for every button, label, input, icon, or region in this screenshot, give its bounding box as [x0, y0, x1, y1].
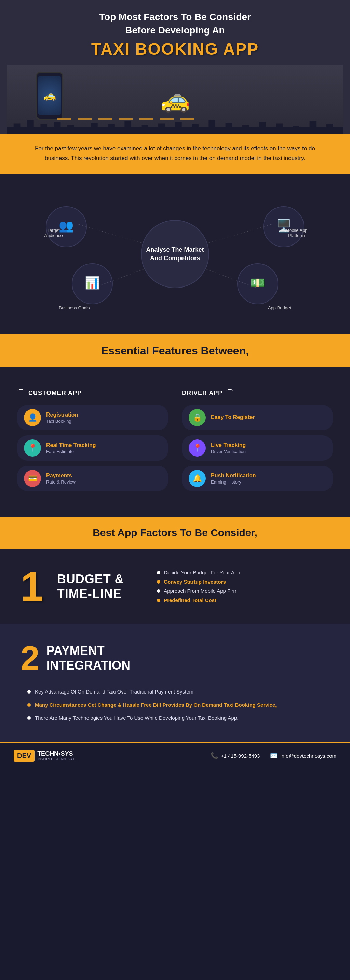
bracket-right: ⌒ — [226, 388, 234, 398]
road-dashes — [58, 118, 293, 120]
market-title: Analyse The Market And Competitors — [142, 245, 208, 262]
hero-title-main: TAXI BOOKING APP — [7, 40, 343, 58]
push-notification-subtitle: Earning History — [211, 479, 256, 485]
factor1-point-2: Convey Startup Investors — [157, 577, 329, 586]
registration-icon: 👤 — [24, 409, 41, 426]
payments-subtitle: Rate & Review — [46, 479, 75, 485]
hero-title-top: Top Most Factors To Be Consider — [7, 10, 343, 24]
logo-tagline: INSPIRED BY INNOVATE — [37, 757, 77, 761]
feature-payments: 💳 Payments Rate & Review — [17, 466, 168, 491]
easy-register-title: Easy To Register — [211, 414, 255, 420]
market-diagram: Analyse The Market And Competitors 👥 Tar… — [14, 194, 336, 314]
intro-section: For the past few years we have examined … — [0, 134, 350, 174]
factors-title: Best App Factors To Be Consider, — [7, 527, 343, 538]
factor2-point-1: Key Advantage Of On Demand Taxi Over Tra… — [27, 685, 329, 698]
taxi-car-illustration: 🚕 — [160, 85, 190, 113]
email-icon: ✉️ — [270, 752, 278, 759]
factor2-label: PAYMENT INTEGRATION — [46, 643, 130, 673]
driver-app-column: DRIVER APP ⌒ 🔒 Easy To Register 📍 Live T… — [175, 381, 340, 503]
feature-easy-register: 🔒 Easy To Register — [182, 405, 333, 430]
feature-realtime-tracking: 📍 Real Time Tracking Fare Estimate — [17, 435, 168, 461]
factor1-point-1: Decide Your Budget For Your App — [157, 568, 329, 577]
realtime-tracking-icon: 📍 — [24, 439, 41, 457]
logo-text: TECHN•SYS — [37, 750, 73, 757]
bullet-2-orange — [157, 580, 160, 584]
factor1-point-3: Approach From Mobile App Firm — [157, 586, 329, 595]
realtime-tracking-title: Real Time Tracking — [46, 442, 96, 448]
registration-subtitle: Taxi Booking — [46, 418, 78, 424]
realtime-tracking-subtitle: Fare Estimate — [46, 449, 96, 454]
factor1-point-4: Predefined Total Cost — [157, 595, 329, 605]
easy-register-icon: 🔒 — [189, 409, 206, 426]
factor2-point-3: There Are Many Technologies You Have To … — [27, 712, 329, 725]
hero-section: Top Most Factors To Be Consider Before D… — [0, 0, 350, 134]
customer-app-column: ⌒ CUSTOMER APP 👤 Registration Taxi Booki… — [10, 381, 175, 503]
push-notification-icon: 🔔 — [189, 470, 206, 487]
customer-app-header: ⌒ CUSTOMER APP — [17, 388, 168, 398]
footer: DEV TECHN•SYS INSPIRED BY INNOVATE 📞 +1 … — [0, 742, 350, 768]
payments-title: Payments — [46, 473, 75, 479]
features-title: Essential Features Between, — [7, 345, 343, 357]
road-illustration: 🚕 🚕 — [7, 65, 343, 134]
phone-taxi-icon: 🚕 — [43, 89, 56, 102]
factors-banner: Best App Factors To Be Consider, — [0, 517, 350, 549]
feature-registration: 👤 Registration Taxi Booking — [17, 405, 168, 430]
market-section: Analyse The Market And Competitors 👥 Tar… — [0, 174, 350, 334]
bullet-4-orange — [157, 598, 160, 602]
phone-contact: 📞 +1 415-992-5493 — [211, 752, 260, 759]
market-center-node: Analyse The Market And Competitors — [141, 220, 209, 288]
phone-icon: 📞 — [211, 752, 218, 759]
factor2-points: Key Advantage Of On Demand Taxi Over Tra… — [21, 685, 329, 725]
feature-live-tracking: 📍 Live Tracking Driver Verification — [182, 435, 333, 461]
driver-app-label: DRIVER APP — [182, 390, 222, 397]
push-notification-title: Push Notification — [211, 473, 256, 479]
factor2-header: 2 PAYMENT INTEGRATION — [21, 641, 329, 675]
f2-bullet-3 — [27, 716, 31, 720]
hero-title-mid: Before Developing An — [7, 24, 343, 37]
phone-hand-illustration: 🚕 — [27, 72, 72, 134]
live-tracking-icon: 📍 — [189, 439, 206, 457]
live-tracking-subtitle: Driver Verification — [211, 449, 246, 454]
registration-title: Registration — [46, 412, 78, 418]
features-grid: ⌒ CUSTOMER APP 👤 Registration Taxi Booki… — [0, 368, 350, 517]
customer-app-label: CUSTOMER APP — [28, 390, 82, 397]
feature-push-notification: 🔔 Push Notification Earning History — [182, 466, 333, 491]
factor1-points: Decide Your Budget For Your App Convey S… — [157, 568, 329, 605]
features-section-banner: Essential Features Between, — [0, 334, 350, 368]
factor2-point-2: Many Circumstances Get Change & Hassle F… — [27, 698, 329, 712]
factor1-section: 1 BUDGET & TIME-LINE Decide Your Budget … — [0, 549, 350, 624]
driver-app-header: DRIVER APP ⌒ — [182, 388, 333, 398]
factor2-section: 2 PAYMENT INTEGRATION Key Advantage Of O… — [0, 624, 350, 742]
bullet-3 — [157, 589, 160, 593]
footer-logo: DEV TECHN•SYS INSPIRED BY INNOVATE — [14, 750, 77, 762]
payments-icon: 💳 — [24, 470, 41, 487]
factor2-number: 2 — [21, 641, 40, 675]
bullet-1 — [157, 571, 160, 574]
bracket-left: ⌒ — [17, 388, 25, 398]
email-address: info@devtechnosys.com — [280, 753, 336, 759]
email-contact: ✉️ info@devtechnosys.com — [270, 752, 336, 759]
f2-bullet-1 — [27, 690, 31, 694]
logo-box: DEV — [14, 750, 35, 762]
live-tracking-title: Live Tracking — [211, 442, 246, 448]
f2-bullet-2-orange — [27, 703, 31, 707]
phone-number: +1 415-992-5493 — [221, 753, 260, 759]
factor1-number: 1 — [21, 566, 43, 607]
intro-text: For the past few years we have examined … — [27, 144, 323, 164]
factor1-label: BUDGET & TIME-LINE — [57, 572, 143, 601]
footer-contact: 📞 +1 415-992-5493 ✉️ info@devtechnosys.c… — [211, 752, 336, 759]
